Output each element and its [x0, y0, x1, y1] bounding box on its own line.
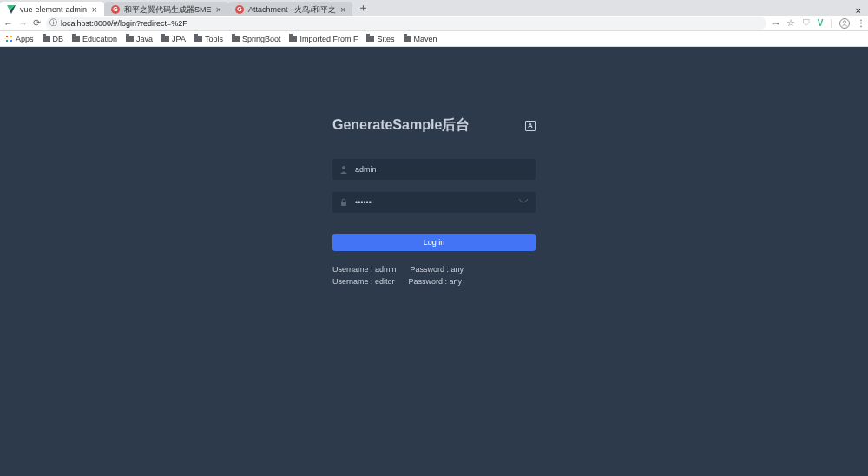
folder-icon [161, 36, 169, 42]
bookmark-tools[interactable]: Tools [194, 35, 223, 43]
address-bar-actions: ⊶ ☆ ⛉ V | ⋮ [772, 17, 865, 29]
window-close-button[interactable]: × [849, 5, 868, 16]
user-icon [339, 165, 348, 174]
login-button[interactable]: Log in [332, 234, 536, 251]
favicon-vue-icon [7, 5, 16, 14]
bookmark-education[interactable]: Education [72, 35, 117, 43]
bookmark-label: SpringBoot [242, 35, 281, 43]
folder-icon [366, 36, 374, 42]
forward-button[interactable]: → [18, 18, 28, 29]
vue-devtools-icon[interactable]: V [818, 18, 824, 28]
bookmark-label: Education [82, 35, 117, 43]
site-info-icon[interactable]: ⓘ [49, 17, 57, 29]
bookmark-label: Apps [16, 35, 34, 43]
new-tab-button[interactable]: ＋ [352, 0, 374, 16]
bookmarks-bar: Apps DB Education Java JPA Tools SpringB… [0, 31, 868, 47]
browser-tab[interactable]: G 和平之翼代码生成器SME × [104, 2, 228, 16]
bookmark-maven[interactable]: Maven [404, 35, 437, 43]
browser-tab[interactable]: G Attachment - 火鸟/和平之 × [228, 2, 352, 16]
password-key-icon[interactable]: ⊶ [772, 19, 779, 28]
folder-icon [126, 36, 134, 42]
password-field-group [332, 192, 536, 213]
svg-rect-2 [341, 202, 346, 206]
reload-button[interactable]: ⟳ [33, 17, 41, 29]
bookmark-java[interactable]: Java [126, 35, 153, 43]
folder-icon [72, 36, 80, 42]
close-icon[interactable]: × [216, 4, 221, 15]
address-bar: ← → ⟳ ⓘ localhost:8000/#/login?redirect=… [0, 16, 868, 31]
bookmark-label: JPA [172, 35, 186, 43]
close-icon[interactable]: × [340, 4, 345, 15]
hint-username-editor: Username : editor [332, 275, 395, 288]
tab-label: Attachment - 火鸟/和平之 [248, 4, 336, 16]
bookmark-label: Maven [414, 35, 437, 43]
url-input[interactable]: ⓘ localhost:8000/#/login?redirect=%2F [46, 17, 766, 30]
apps-icon [5, 35, 13, 43]
hint-password-editor: Password : any [409, 275, 463, 288]
favicon-generator-icon: G [235, 5, 244, 14]
login-hints: Username : admin Password : any Username… [332, 263, 536, 288]
browser-tabs-bar: vue-element-admin × G 和平之翼代码生成器SME × G A… [0, 0, 868, 16]
bookmark-sites[interactable]: Sites [366, 35, 394, 43]
bookmark-star-icon[interactable]: ☆ [786, 17, 795, 29]
password-input[interactable] [355, 198, 511, 207]
favicon-generator-icon: G [111, 5, 120, 14]
tab-label: vue-element-admin [20, 5, 88, 14]
folder-icon [43, 36, 50, 42]
profile-avatar-icon[interactable] [839, 18, 850, 29]
divider: | [830, 18, 832, 28]
folder-icon [232, 36, 240, 42]
login-page: GenerateSample后台 A Log in Username : adm… [0, 47, 868, 476]
bookmark-db[interactable]: DB [43, 35, 64, 43]
bookmark-label: Sites [377, 35, 394, 43]
lock-icon [339, 198, 348, 207]
bookmark-imported[interactable]: Imported From F [289, 35, 358, 43]
username-input[interactable] [355, 165, 529, 174]
bookmark-jpa[interactable]: JPA [161, 35, 186, 43]
bookmark-label: Imported From F [299, 35, 358, 43]
toggle-password-visibility-icon[interactable] [518, 199, 529, 206]
language-icon[interactable]: A [525, 121, 536, 131]
username-field-group [332, 159, 536, 180]
bookmark-label: Tools [205, 35, 223, 43]
bookmark-apps[interactable]: Apps [5, 35, 34, 43]
close-icon[interactable]: × [92, 4, 97, 15]
browser-menu-icon[interactable]: ⋮ [857, 18, 865, 28]
folder-icon [289, 36, 297, 42]
bookmark-label: Java [136, 35, 153, 43]
tab-label: 和平之翼代码生成器SME [124, 4, 212, 16]
svg-point-0 [843, 20, 845, 23]
url-host: localhost [61, 19, 92, 28]
hint-username-admin: Username : admin [332, 263, 397, 275]
folder-icon [404, 36, 411, 42]
extension-icon[interactable]: ⛉ [802, 18, 811, 28]
hint-password-admin: Password : any [411, 263, 464, 275]
url-path: :8000/#/login?redirect=%2F [92, 19, 187, 28]
bookmark-springboot[interactable]: SpringBoot [232, 35, 281, 43]
bookmark-label: DB [53, 35, 64, 43]
back-button[interactable]: ← [3, 18, 13, 29]
svg-point-1 [342, 166, 345, 169]
page-title: GenerateSample后台 [332, 116, 470, 135]
folder-icon [194, 36, 202, 42]
browser-tab-active[interactable]: vue-element-admin × [0, 2, 104, 16]
